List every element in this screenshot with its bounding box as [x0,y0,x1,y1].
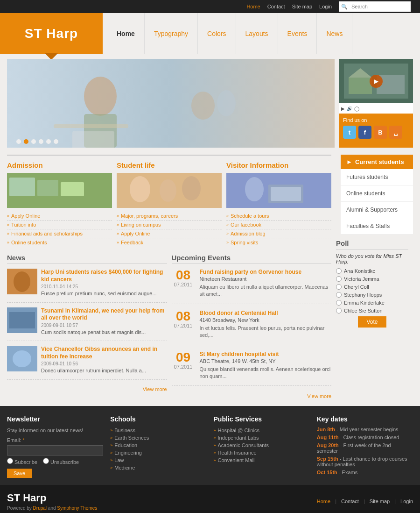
topbar-home[interactable]: Home [246,4,260,9]
date-item-5: Oct 15th - Exams [317,470,413,475]
svg-point-6 [217,90,236,116]
financial-link[interactable]: »Financial aids and scholarships [7,229,112,238]
sep-1: | [335,499,336,504]
twitter-icon[interactable]: t [343,126,356,139]
events-title: Upcoming Events [172,254,332,264]
events-section: Upcoming Events 08 07.2011 Fund raising … [172,254,332,399]
blogger-icon[interactable]: B [374,126,387,139]
nav-news[interactable]: News [317,13,352,54]
video-controls: ▶ 🔊 ◯ [339,103,413,114]
futures-students-link[interactable]: Futures students [341,169,413,185]
bottom-contact[interactable]: Contact [341,499,359,504]
service-hospital[interactable]: »Hospital @ Clinics [214,427,310,434]
video-sidebar: ▶ ▶ 🔊 ◯ Find us on t f B ␣ [339,59,413,148]
slider-dot-6[interactable] [54,139,58,144]
event-title-2: Blood donor at Centenial Hall [200,310,332,316]
visitor-title: Visitor Information [226,161,331,169]
vol-ctrl[interactable]: 🔊 [347,106,352,111]
topbar-login[interactable]: Login [319,4,332,9]
slider-dot-1[interactable] [16,139,21,144]
school-business[interactable]: »Business [110,427,206,434]
arrow-icon: » [117,240,119,245]
radio-group: Subscribe Unsubscribe [7,458,103,465]
nav-home[interactable]: Home [103,13,145,54]
bottom-sitemap[interactable]: Site map [370,499,390,504]
facebook-link[interactable]: »Our facebook [226,221,331,229]
play-ctrl[interactable]: ▶ [341,106,345,111]
newsletter-email-input[interactable] [7,445,103,456]
video-box[interactable]: ▶ [339,59,413,103]
schedule-link[interactable]: »Schedule a tours [226,212,331,221]
school-medicine[interactable]: »Medicine [110,464,206,471]
tuition-link[interactable]: »Tuition info [7,221,112,229]
arrow-icon: » [110,443,112,448]
news-link-2[interactable]: Tsunami in Kilmaland, we need your help … [41,307,165,321]
required-star: * [23,437,25,443]
subscribe-radio[interactable] [7,458,13,464]
service-insurance[interactable]: »Health Insurance [214,449,310,456]
svg-point-18 [160,179,176,202]
poll-radio-1[interactable] [336,268,342,274]
events-view-more[interactable]: View more [307,393,331,399]
slider-dot-3[interactable] [31,139,36,144]
vote-button[interactable]: Vote [358,316,386,328]
news-link-1[interactable]: Harp Uni students raises $400,000 for fi… [41,269,163,283]
poll-radio-2[interactable] [336,276,342,282]
spring-visits-link[interactable]: »Spring visits [226,238,331,247]
online-students-link[interactable]: »Online students [7,238,112,247]
alumni-link[interactable]: Alumni & Supporters [341,202,413,218]
symphony-link[interactable]: Symphony Themes [57,506,97,511]
news-view-more[interactable]: View more [143,386,167,392]
school-education[interactable]: »Education [110,442,206,449]
poll-radio-5[interactable] [336,300,342,306]
service-mall[interactable]: »Convenient Mall [214,456,310,464]
apply-online-link[interactable]: »Apply Online [7,212,112,221]
slider-dot-4[interactable] [39,139,43,144]
school-earth[interactable]: »Earth Sciences [110,434,206,442]
nav-events[interactable]: Events [278,13,317,54]
arrow-icon: » [226,222,229,227]
poll-option-5: Emma Kinderlake [336,300,408,306]
service-labs[interactable]: »Independant Labs [214,434,310,442]
search-input[interactable] [348,2,408,11]
nav-colors[interactable]: Colors [198,13,236,54]
unsubscribe-radio[interactable] [43,458,49,464]
news-link-3[interactable]: Vice Chancellor Gibss announces an end i… [41,346,157,360]
fullscreen-ctrl[interactable]: ◯ [354,106,359,111]
school-engineering[interactable]: »Engineering [110,449,206,456]
main-wrapper: ▶ ▶ 🔊 ◯ Find us on t f B ␣ [0,54,420,406]
event-content-1: Fund raising party on Gorvenor house Nin… [200,269,332,298]
poll-radio-6[interactable] [336,308,342,314]
rss-icon[interactable]: ␣ [389,126,402,139]
apply-online-2-link[interactable]: »Apply Online [117,229,222,238]
top-bar: Home Contact Site map Login 🔍 [0,0,420,13]
play-button[interactable]: ▶ [370,75,383,88]
feedback-link[interactable]: »Feedback [117,238,222,247]
slider-dots [16,139,58,144]
poll-radio-4[interactable] [336,292,342,298]
topbar-contact[interactable]: Contact [267,4,285,9]
poll-section: Poll Who do you vote for Miss ST Harp: A… [336,239,408,328]
bottom-logo: ST Harp [7,492,97,504]
living-link[interactable]: »Living on campus [117,221,222,229]
service-consultants[interactable]: »Academic Consultants [214,442,310,449]
bottom-login[interactable]: Login [400,499,413,504]
drupal-link[interactable]: Drupal [33,506,47,511]
bottom-home[interactable]: Home [317,499,330,504]
topbar-sitemap[interactable]: Site map [292,4,312,9]
date-item-1: Jun 8th - Mid year semester begins [317,427,413,432]
newsletter-save-button[interactable]: Save [7,469,32,478]
slider[interactable] [7,59,335,148]
poll-radio-3[interactable] [336,284,342,290]
admission-blog-link[interactable]: »Admission blog [226,229,331,238]
major-link[interactable]: »Major, programs, careers [117,212,222,221]
faculties-link[interactable]: Faculties & Staffs [341,218,413,235]
slider-dot-5[interactable] [46,139,51,144]
online-students-link[interactable]: Online students [341,185,413,202]
facebook-icon[interactable]: f [358,126,371,139]
nav-layouts[interactable]: Layouts [236,13,278,54]
school-law[interactable]: »Law [110,456,206,464]
poll-title: Poll [336,239,408,249]
slider-dot-2[interactable] [24,139,28,144]
nav-typography[interactable]: Typography [145,13,198,54]
